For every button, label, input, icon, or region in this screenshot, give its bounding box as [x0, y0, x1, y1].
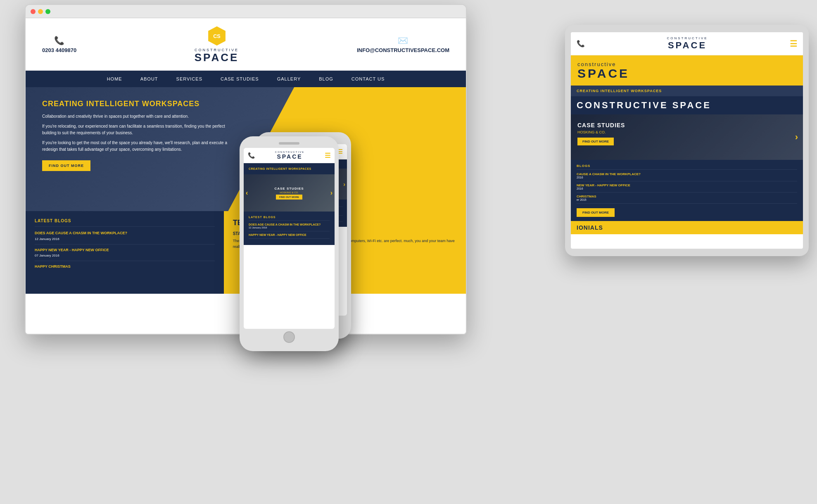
- nav-services[interactable]: SERVICES: [167, 71, 211, 87]
- header-email: ✉️ INFO@CONSTRUCTIVESPACE.COM: [357, 36, 449, 53]
- tr-blog-1: CAUSE A CHASM IN THE WORKPLACE? 2016: [577, 172, 797, 181]
- nav-case-studies[interactable]: CASE STUDIES: [211, 71, 268, 87]
- cp-arrow-left[interactable]: ‹: [246, 189, 248, 197]
- cp-case-subtitle: HOSKING & CO.: [280, 191, 299, 194]
- hero-paragraph-3: If you're looking to get the most out of…: [42, 140, 236, 153]
- tr-blog-2-date: 2016: [577, 187, 797, 190]
- tr-phone-icon: 📞: [577, 40, 585, 48]
- desktop-nav: HOME ABOUT SERVICES CASE STUDIES GALLERY…: [26, 71, 466, 87]
- tr-banner-large: SPACE: [577, 67, 796, 80]
- cp-blog-2-title[interactable]: HAPPY NEW YEAR - HAPPY NEW OFFICE: [249, 233, 330, 236]
- svg-text:CS: CS: [213, 33, 221, 39]
- tr-blog-2: NEW YEAR - HAPPY NEW OFFICE 2016: [577, 183, 797, 193]
- tr-constructive-space-text: CONSTRUCTIVE SPACE: [577, 100, 797, 110]
- tablet-right-mockup: 📞 CONSTRUCTIVE SPACE ☰ constructive SPAC…: [565, 25, 809, 256]
- tr-find-out-button[interactable]: FIND OUT MORE: [577, 208, 615, 217]
- hero-content: CREATING INTELLIGENT WORKSPACES Collabor…: [26, 87, 253, 183]
- tr-hero-title: CREATING INTELLIGENT WORKSPACES: [577, 89, 797, 93]
- tr-blog-3-title[interactable]: CHRISTMAS: [577, 195, 797, 198]
- blog-item-2-title[interactable]: HAPPY NEW YEAR - HAPPY NEW OFFICE: [35, 248, 215, 253]
- cp-blog-1: DOES AGE CAUSE A CHASM IN THE WORKPLACE?…: [249, 223, 330, 231]
- cp-hero: CREATING INTELLIGENT WORKSPACES: [244, 163, 335, 174]
- hero-cta-button[interactable]: FIND OUT MORE: [42, 160, 90, 171]
- blog-item-3: HAPPY CHRISTMAS: [35, 264, 215, 269]
- tr-case-button[interactable]: FIND OUT MORE: [577, 138, 614, 145]
- cp-blog-1-date: 12 January 2016: [249, 226, 330, 229]
- tr-blog-2-title[interactable]: NEW YEAR - HAPPY NEW OFFICE: [577, 183, 797, 187]
- close-dot[interactable]: [31, 9, 36, 14]
- tr-constructive-space-section: CONSTRUCTIVE SPACE: [571, 96, 803, 114]
- tr-constructive-banner: constructive SPACE: [571, 55, 803, 86]
- cp-header: 📞 CONSTRUCTIVE SPACE ☰: [244, 148, 335, 163]
- hex-icon: CS: [207, 26, 227, 46]
- tr-arrow-right[interactable]: ›: [795, 132, 798, 143]
- hero-paragraph-2: If you're relocating, our experienced te…: [42, 123, 236, 136]
- desktop-titlebar: [26, 5, 466, 18]
- nav-about[interactable]: ABOUT: [131, 71, 167, 87]
- scene: 📞 0203 4409870 CS CONSTRUCTIVE SPACE ✉️: [0, 0, 817, 504]
- blogs-section: LATEST BLOGS DOES AGE CAUSE A CHASM IN T…: [26, 211, 224, 294]
- hero-title: CREATING INTELLIGENT WORKSPACES: [42, 100, 236, 108]
- tr-hero-title-bar: CREATING INTELLIGENT WORKSPACES: [571, 86, 803, 96]
- cp-logo-lg: SPACE: [275, 153, 304, 160]
- desktop-site-header: 📞 0203 4409870 CS CONSTRUCTIVE SPACE ✉️: [26, 18, 466, 71]
- tr-logo: CONSTRUCTIVE SPACE: [667, 36, 708, 51]
- cp-case-overlay: CASE STUDIES HOSKING & CO. FIND OUT MORE: [244, 174, 335, 212]
- blog-item-1-date: 12 January 2016: [35, 237, 215, 245]
- tr-testimonials-title: IONIALS: [577, 224, 797, 231]
- tr-blogs-title: BLOGS: [577, 164, 797, 170]
- center-phone-speaker: [279, 142, 299, 145]
- cp-blogs: LATEST BLOGS DOES AGE CAUSE A CHASM IN T…: [244, 212, 335, 245]
- email-address: INFO@CONSTRUCTIVESPACE.COM: [357, 47, 449, 53]
- center-phone-screen: 📞 CONSTRUCTIVE SPACE ☰ CREATING INTELLIG…: [244, 148, 335, 329]
- phone-icon: 📞: [54, 36, 64, 45]
- email-icon: ✉️: [398, 36, 408, 45]
- blog-item-1-title[interactable]: DOES AGE CAUSE A CHASM IN THE WORKPLACE?: [35, 231, 215, 236]
- tr-menu-icon[interactable]: ☰: [790, 39, 797, 49]
- tr-case-image: CASE STUDIES HOSKING & CO. FIND OUT MORE…: [571, 114, 803, 160]
- hero-paragraph-1: Collaboration and creativity thrive in s…: [42, 113, 236, 120]
- phone-arrow-right[interactable]: ›: [343, 181, 345, 188]
- tr-blog-1-title[interactable]: CAUSE A CHASM IN THE WORKPLACE?: [577, 172, 797, 176]
- nav-blog[interactable]: BLOG: [310, 71, 342, 87]
- blogs-section-title: LATEST BLOGS: [35, 219, 215, 227]
- cp-arrow-right[interactable]: ›: [330, 189, 332, 197]
- nav-contact-us[interactable]: CONTACT US: [342, 71, 394, 87]
- center-phone-chrome: 📞 CONSTRUCTIVE SPACE ☰ CREATING INTELLIG…: [240, 136, 339, 351]
- tr-testimonials: IONIALS: [571, 221, 803, 234]
- cp-case-image: CASE STUDIES HOSKING & CO. FIND OUT MORE…: [244, 174, 335, 212]
- minimize-dot[interactable]: [38, 9, 43, 14]
- cp-blog-1-title[interactable]: DOES AGE CAUSE A CHASM IN THE WORKPLACE?: [249, 223, 330, 226]
- tr-logo-large: SPACE: [667, 40, 708, 51]
- tr-blog-3: CHRISTMAS er 2015: [577, 195, 797, 204]
- tr-blog-1-date: 2016: [577, 176, 797, 179]
- cp-case-title: CASE STUDIES: [274, 187, 304, 190]
- cp-home-button[interactable]: [283, 331, 295, 343]
- cp-menu-icon[interactable]: ☰: [325, 152, 330, 159]
- tablet-right-chrome: 📞 CONSTRUCTIVE SPACE ☰ constructive SPAC…: [565, 25, 809, 256]
- desktop-logo[interactable]: CS CONSTRUCTIVE SPACE: [195, 26, 239, 63]
- center-phone-mockup: 📞 CONSTRUCTIVE SPACE ☰ CREATING INTELLIG…: [240, 136, 339, 351]
- cp-hero-title: CREATING INTELLIGENT WORKSPACES: [249, 167, 330, 170]
- tr-case-overlay: CASE STUDIES HOSKING & CO. FIND OUT MORE: [571, 114, 803, 160]
- tablet-right-screen: 📞 CONSTRUCTIVE SPACE ☰ constructive SPAC…: [571, 32, 803, 249]
- blog-item-2: HAPPY NEW YEAR - HAPPY NEW OFFICE 07 Jan…: [35, 248, 215, 262]
- cp-logo: CONSTRUCTIVE SPACE: [275, 151, 304, 160]
- blog-item-3-title[interactable]: HAPPY CHRISTMAS: [35, 264, 215, 269]
- cp-case-button[interactable]: FIND OUT MORE: [276, 195, 302, 200]
- maximize-dot[interactable]: [45, 9, 50, 14]
- tr-case-subtitle: HOSKING & CO.: [577, 130, 796, 134]
- tr-header: 📞 CONSTRUCTIVE SPACE ☰: [571, 32, 803, 55]
- logo-text-large: SPACE: [195, 52, 239, 63]
- cp-blog-2: HAPPY NEW YEAR - HAPPY NEW OFFICE: [249, 233, 330, 239]
- blog-item-1: DOES AGE CAUSE A CHASM IN THE WORKPLACE?…: [35, 231, 215, 245]
- phone-number: 0203 4409870: [42, 47, 76, 53]
- tr-case-title: CASE STUDIES: [577, 122, 796, 128]
- blog-item-2-date: 07 January 2016: [35, 254, 215, 261]
- tr-blogs: BLOGS CAUSE A CHASM IN THE WORKPLACE? 20…: [571, 160, 803, 221]
- nav-gallery[interactable]: GALLERY: [268, 71, 310, 87]
- header-phone: 📞 0203 4409870: [42, 36, 76, 53]
- nav-home[interactable]: HOME: [98, 71, 131, 87]
- tr-blog-3-date: er 2015: [577, 198, 797, 201]
- tr-logo-small: CONSTRUCTIVE: [667, 36, 708, 40]
